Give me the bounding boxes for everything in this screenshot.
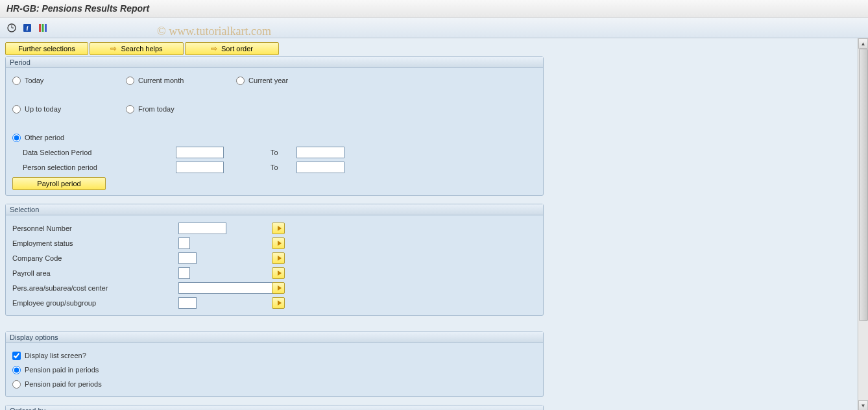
to-label: To [264, 149, 296, 156]
selection-group: Selection Personnel Number Employment st… [5, 204, 544, 316]
employment-status-label: Employment status [12, 239, 178, 247]
pers-area-label: Pers.area/subarea/cost center [12, 284, 178, 292]
personnel-number-multi-button[interactable] [272, 223, 285, 234]
execute-icon[interactable] [6, 23, 17, 33]
svg-rect-5 [39, 24, 41, 32]
pers-area-multi-button[interactable] [272, 282, 285, 294]
payroll-area-multi-button[interactable] [272, 267, 285, 279]
radio-paid-for-input[interactable] [12, 380, 21, 389]
radio-paid-for[interactable]: Pension paid for periods [12, 377, 536, 391]
variant-icon[interactable] [38, 23, 48, 33]
scroll-thumb[interactable] [859, 49, 868, 321]
payroll-area-label: Payroll area [12, 269, 178, 277]
radio-up-to-today-input[interactable] [12, 105, 21, 114]
ordered-by-group: Ordered by Employee number [5, 405, 544, 410]
radio-paid-in-input[interactable] [12, 366, 21, 374]
vertical-scrollbar[interactable]: ▲ ▼ [858, 38, 868, 410]
period-group: Period Today Current month Current year [5, 56, 544, 196]
radio-current-month[interactable]: Current month [126, 73, 236, 88]
data-selection-from-input[interactable] [176, 147, 224, 158]
to-label-2: To [264, 163, 296, 171]
radio-from-today-input[interactable] [126, 105, 134, 114]
personnel-number-input[interactable] [178, 223, 226, 234]
company-code-input[interactable] [178, 252, 197, 264]
company-code-label: Company Code [12, 254, 178, 262]
radio-current-month-input[interactable] [126, 77, 134, 85]
company-code-multi-button[interactable] [272, 252, 285, 264]
period-group-title: Period [6, 57, 543, 68]
ordered-by-title: Ordered by [6, 405, 543, 410]
display-list-checkbox[interactable] [12, 352, 21, 360]
page-title: HR-GB: Pensions Results Report [6, 3, 149, 14]
radio-from-today[interactable]: From today [126, 102, 236, 116]
radio-paid-in[interactable]: Pension paid in periods [12, 363, 536, 377]
sort-order-button[interactable]: ⇨ Sort order [185, 42, 279, 55]
emp-group-label: Employee group/subgroup [12, 299, 178, 307]
further-selections-button[interactable]: Further selections [5, 42, 88, 55]
content-area: Further selections ⇨ Search helps ⇨ Sort… [0, 38, 858, 410]
pers-area-input[interactable] [178, 282, 276, 294]
payroll-area-input[interactable] [178, 267, 190, 279]
emp-group-multi-button[interactable] [272, 297, 285, 309]
payroll-period-button[interactable]: Payroll period [12, 177, 106, 190]
selection-group-title: Selection [6, 204, 543, 215]
radio-today-input[interactable] [12, 77, 21, 85]
radio-up-to-today[interactable]: Up to today [12, 102, 126, 116]
display-options-group: Display options Display list screen? Pen… [5, 332, 544, 397]
radio-other-period-input[interactable] [12, 134, 21, 142]
radio-today[interactable]: Today [12, 73, 126, 88]
scroll-up-arrow-icon[interactable]: ▲ [858, 38, 868, 49]
search-helps-button[interactable]: ⇨ Search helps [90, 42, 184, 55]
window-title-bar: HR-GB: Pensions Results Report [0, 0, 868, 18]
svg-rect-7 [45, 24, 47, 32]
info-icon[interactable]: i [22, 23, 32, 33]
person-selection-to-input[interactable] [296, 162, 344, 173]
employment-status-input[interactable] [178, 237, 190, 249]
radio-current-year[interactable]: Current year [236, 73, 366, 88]
emp-group-input[interactable] [178, 297, 197, 309]
display-list-checkbox-row[interactable]: Display list screen? [12, 348, 536, 363]
data-selection-label: Data Selection Period [12, 149, 176, 156]
personnel-number-label: Personnel Number [12, 224, 178, 232]
arrow-right-icon: ⇨ [211, 44, 217, 53]
svg-rect-6 [42, 24, 44, 32]
person-selection-from-input[interactable] [176, 162, 224, 173]
data-selection-to-input[interactable] [296, 147, 344, 158]
selection-button-row: Further selections ⇨ Search helps ⇨ Sort… [5, 42, 852, 55]
radio-current-year-input[interactable] [236, 77, 245, 85]
scroll-down-arrow-icon[interactable]: ▼ [858, 400, 868, 410]
arrow-right-icon: ⇨ [110, 44, 117, 53]
person-selection-label: Person selection period [12, 163, 176, 171]
display-options-title: Display options [6, 332, 543, 343]
radio-other-period[interactable]: Other period [12, 130, 126, 145]
app-toolbar: i [0, 18, 868, 38]
employment-status-multi-button[interactable] [272, 237, 285, 249]
